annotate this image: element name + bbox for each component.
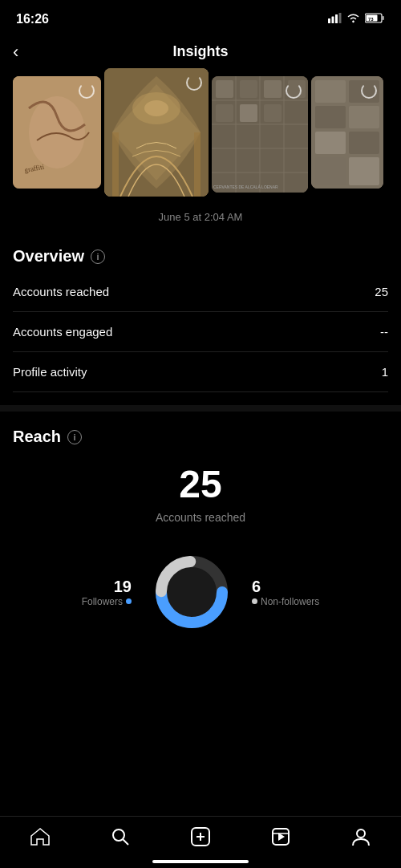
followers-count: 19	[82, 578, 132, 596]
wifi-icon	[346, 13, 360, 26]
search-icon	[111, 827, 130, 851]
accounts-engaged-row[interactable]: Accounts engaged --	[13, 312, 388, 352]
page-title: Insights	[172, 43, 228, 60]
accounts-engaged-label: Accounts engaged	[13, 325, 112, 339]
nonfollowers-count: 6	[252, 578, 319, 596]
nav-search[interactable]	[111, 827, 130, 851]
svg-point-10	[29, 96, 85, 168]
nonfollowers-dot	[252, 598, 257, 604]
nav-create[interactable]	[190, 826, 211, 852]
post-image-2[interactable]	[104, 68, 209, 197]
nav-profile[interactable]	[350, 826, 371, 852]
accounts-reached-row[interactable]: Accounts reached 25	[13, 272, 388, 312]
section-divider	[0, 405, 401, 412]
accounts-engaged-value: --	[380, 325, 388, 339]
nonfollowers-label: Non-followers	[252, 596, 319, 607]
status-bar: 16:26 73	[0, 0, 401, 35]
svg-rect-1	[332, 17, 334, 24]
overview-label: Overview	[13, 247, 84, 266]
svg-rect-30	[240, 104, 257, 122]
svg-point-46	[113, 829, 124, 841]
svg-rect-0	[328, 18, 330, 23]
svg-point-45	[168, 568, 216, 616]
reach-info-icon[interactable]: i	[67, 430, 82, 444]
svg-text:73: 73	[368, 17, 374, 22]
followers-dot	[126, 598, 132, 604]
svg-rect-13	[112, 132, 119, 197]
loading-indicator-3	[286, 83, 302, 99]
nonfollowers-legend: 6 Non-followers	[252, 578, 319, 607]
followers-label: Followers	[82, 596, 132, 607]
reels-icon	[271, 827, 290, 851]
svg-line-47	[124, 840, 129, 846]
svg-rect-41	[349, 157, 379, 185]
nav-home[interactable]	[30, 827, 51, 851]
post-image-3[interactable]: CERVANTES DE ALCALÁ LOENAR	[212, 76, 308, 193]
profile-activity-value: 1	[382, 365, 388, 379]
svg-point-54	[357, 829, 365, 838]
svg-text:CERVANTES DE ALCALÁ LOENAR: CERVANTES DE ALCALÁ LOENAR	[213, 185, 278, 189]
loading-indicator-2	[186, 75, 202, 91]
overview-info-icon[interactable]: i	[91, 249, 105, 264]
followers-legend: 19 Followers	[82, 578, 132, 607]
svg-rect-27	[264, 80, 282, 98]
reach-number: 25	[13, 462, 388, 506]
home-icon	[30, 827, 51, 851]
header: ‹ Insights	[0, 35, 401, 68]
loading-indicator-4	[361, 83, 377, 99]
donut-chart	[148, 548, 236, 636]
profile-icon	[350, 826, 371, 852]
home-indicator	[152, 860, 249, 863]
svg-rect-25	[216, 80, 233, 98]
reach-label: Reach	[13, 428, 61, 446]
nav-reels[interactable]	[271, 827, 290, 851]
svg-rect-40	[315, 157, 346, 185]
svg-rect-26	[240, 80, 257, 98]
svg-rect-29	[216, 104, 233, 122]
overview-section: Overview i Accounts reached 25 Accounts …	[0, 234, 401, 392]
status-time: 16:26	[16, 12, 49, 26]
reach-title: Reach i	[13, 428, 388, 446]
loading-indicator-1	[79, 83, 95, 99]
post-image-1[interactable]: graffiti	[13, 76, 101, 189]
svg-rect-34	[315, 80, 346, 103]
svg-rect-39	[349, 132, 379, 154]
accounts-reached-label: Accounts reached	[13, 285, 109, 298]
post-timestamp: June 5 at 2:04 AM	[0, 205, 401, 234]
post-image-4[interactable]	[311, 76, 383, 189]
back-button[interactable]: ‹	[13, 42, 18, 63]
svg-rect-6	[383, 16, 385, 20]
create-icon	[190, 826, 211, 852]
svg-rect-14	[194, 132, 200, 197]
reach-sublabel: Accounts reached	[13, 511, 388, 524]
svg-point-16	[144, 100, 168, 116]
reach-donut-container: 19 Followers 6 Non-followers	[13, 548, 388, 636]
accounts-reached-value: 25	[375, 285, 388, 298]
reach-section: Reach i 25 Accounts reached 19 Followers…	[0, 412, 401, 668]
svg-rect-36	[315, 106, 346, 128]
image-strip: graffiti	[0, 68, 401, 205]
battery-icon: 73	[365, 13, 385, 26]
profile-activity-label: Profile activity	[13, 365, 87, 379]
svg-point-4	[352, 21, 354, 22]
overview-title: Overview i	[13, 247, 388, 266]
svg-rect-38	[315, 132, 346, 154]
svg-rect-2	[335, 14, 338, 23]
svg-rect-31	[264, 104, 282, 122]
svg-rect-3	[339, 13, 342, 23]
status-icons: 73	[328, 13, 385, 26]
signal-icon	[328, 13, 342, 26]
svg-rect-37	[349, 106, 379, 128]
profile-activity-row[interactable]: Profile activity 1	[13, 352, 388, 392]
